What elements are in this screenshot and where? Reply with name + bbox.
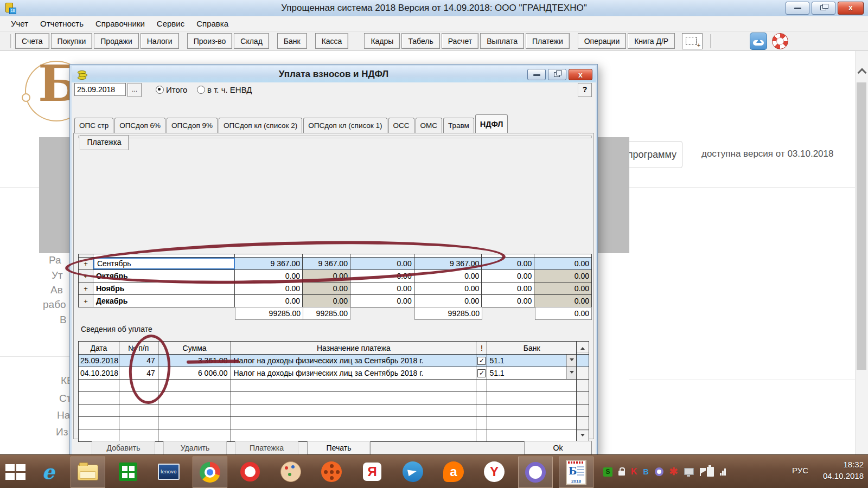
cloud-upload-icon[interactable] (750, 33, 767, 50)
date-picker-button[interactable]: ... (127, 83, 142, 97)
toolbar-scheta[interactable]: Счета (15, 33, 49, 49)
expand-button[interactable]: + (79, 282, 93, 294)
taskbar-media-icon[interactable] (315, 457, 348, 487)
add-button[interactable]: Добавить (92, 441, 155, 455)
table-row-december[interactable]: + Декабрь 0.00 0.00 0.00 0.00 0.00 0.00 (79, 295, 591, 307)
taskbar-yandex-browser-icon[interactable]: Я (355, 457, 389, 487)
value-cell[interactable]: 0.00 (414, 282, 482, 294)
menu-spravochniki[interactable]: Справочники (91, 17, 149, 30)
combo-arrow-icon[interactable] (566, 367, 576, 379)
month-cell[interactable]: Ноябрь (93, 282, 235, 294)
payment-date[interactable]: 25.09.2018 (79, 355, 119, 367)
expand-button[interactable]: + (79, 295, 93, 307)
tray-flower-icon[interactable]: ✱ (669, 469, 678, 474)
tray-battery-icon[interactable] (707, 467, 714, 477)
dialog-minimize-button[interactable] (527, 69, 546, 80)
tab-opsdop-spisok2[interactable]: ОПСдоп кл (список 2) (219, 118, 302, 133)
checkbox-checked[interactable]: ✓ (477, 357, 486, 365)
tab-opsdop-6[interactable]: ОПСдоп 6% (114, 118, 165, 133)
language-indicator[interactable]: РУС (792, 466, 808, 475)
ok-button[interactable]: Ok (524, 441, 592, 455)
delete-button[interactable]: Удалить (163, 441, 227, 455)
taskbar-chrome-icon[interactable] (193, 457, 227, 488)
taskbar-bittorrent-icon[interactable] (518, 457, 553, 488)
empty-row[interactable] (79, 429, 589, 441)
value-cell[interactable]: 0.00 (534, 282, 591, 294)
toolbar-vyplata[interactable]: Выплата (480, 33, 524, 49)
browser-scrollbar-thumb[interactable] (857, 82, 866, 370)
close-button[interactable]: x (838, 2, 864, 15)
taskbar-store-icon[interactable] (111, 457, 145, 487)
value-cell[interactable]: 0.00 (534, 270, 591, 282)
platezhka-button-top[interactable]: Платежка (80, 135, 129, 150)
date-input[interactable] (74, 83, 126, 96)
clock[interactable]: 18:32 04.10.2018 (823, 459, 864, 481)
taskbar-buhsoft-icon[interactable]: Б2018 (559, 457, 593, 488)
taskbar-yandex-icon[interactable]: Y (477, 457, 511, 487)
payment-checkbox-cell[interactable]: ✓ (476, 367, 487, 379)
toolbar-tabel[interactable]: Табель (401, 33, 439, 49)
payment-purpose[interactable]: Налог на доходы физических лиц за Сентяб… (231, 367, 476, 379)
value-cell[interactable]: 0.00 (482, 270, 534, 282)
tray-flag-icon[interactable] (700, 468, 701, 476)
payments-scrollbar-track[interactable] (577, 367, 589, 379)
payment-checkbox-cell[interactable]: ✓ (476, 355, 487, 367)
taskbar-lenovo-icon[interactable]: lenovo (152, 457, 186, 487)
toolbar-platezhi[interactable]: Платежи (526, 33, 570, 49)
taskbar-telegram-icon[interactable] (396, 457, 430, 487)
toolbar-kadry[interactable]: Кадры (364, 33, 400, 49)
tray-signal-icon[interactable] (720, 468, 726, 476)
value-cell[interactable]: 0.00 (235, 295, 303, 307)
minimize-button[interactable] (786, 2, 809, 15)
tab-oss[interactable]: ОСС (388, 118, 414, 133)
checkbox-checked[interactable]: ✓ (477, 369, 486, 377)
toolbar-kniga-dr[interactable]: Книга Д/Р (628, 33, 675, 49)
menu-spravka[interactable]: Справка (192, 17, 233, 30)
tab-opsdop-9[interactable]: ОПСдоп 9% (167, 118, 218, 133)
value-cell[interactable]: 0.00 (303, 282, 350, 294)
value-cell[interactable]: 0.00 (350, 282, 414, 294)
taskbar-explorer-icon[interactable] (71, 457, 105, 488)
payments-scrollbar[interactable] (577, 342, 589, 354)
dialog-maximize-button[interactable] (548, 69, 566, 80)
toolbar-operacii[interactable]: Операции (578, 33, 627, 49)
payments-scrollbar-track[interactable] (577, 355, 589, 367)
payment-bank-combo[interactable]: 51.1 (487, 355, 577, 367)
payment-purpose[interactable]: Налог на доходы физических лиц за Сентяб… (231, 355, 476, 367)
toolbar-proizvo[interactable]: Произ-во (187, 33, 233, 49)
tab-oms[interactable]: ОМС (416, 118, 443, 133)
toolbar-raschet[interactable]: Расчет (442, 33, 479, 49)
tray-bluetooth-icon[interactable]: B (643, 467, 649, 476)
tray-kaspersky-icon[interactable]: K (631, 467, 637, 477)
radio-envd[interactable] (197, 86, 205, 94)
start-button[interactable] (3, 461, 27, 482)
dialog-close-button[interactable]: x (569, 69, 592, 80)
radio-itogo[interactable] (156, 86, 164, 94)
toolbar-bank[interactable]: Банк (277, 33, 307, 49)
platezhka-button-bottom[interactable]: Платежка (235, 441, 298, 455)
combo-arrow-icon[interactable] (566, 355, 576, 367)
toolbar-nalogi[interactable]: Налоги (141, 33, 179, 49)
value-cell[interactable]: 0.00 (414, 295, 482, 307)
value-cell[interactable]: 0.00 (482, 295, 534, 307)
payments-scrollbar-bottom[interactable] (577, 429, 589, 441)
table-row-november[interactable]: + Ноябрь 0.00 0.00 0.00 0.00 0.00 0.00 (79, 282, 591, 295)
radio-itogo-label[interactable]: Итого (166, 85, 187, 94)
value-cell[interactable]: 0.00 (482, 282, 534, 294)
tab-travm[interactable]: Травм (443, 118, 474, 133)
taskbar-opera-icon[interactable] (233, 457, 267, 487)
tray-lock-icon[interactable] (618, 471, 625, 476)
tab-ops-str[interactable]: ОПС стр (74, 118, 113, 133)
tab-ndfl[interactable]: НДФЛ (475, 114, 508, 133)
taskbar-ie-icon[interactable]: e (31, 457, 65, 487)
value-cell[interactable]: 0.00 (350, 295, 414, 307)
empty-row[interactable] (79, 404, 589, 417)
toolbar-prodazhi[interactable]: Продажи (94, 33, 138, 49)
value-cell[interactable]: 0.00 (534, 295, 591, 307)
value-cell[interactable]: 0.00 (534, 258, 591, 269)
radio-envd-label[interactable]: в т. ч. ЕНВД (207, 85, 252, 94)
toolbar-pokupki[interactable]: Покупки (51, 33, 93, 49)
select-area-button[interactable]: + (682, 33, 703, 49)
tray-bittorrent-icon[interactable] (655, 467, 663, 476)
menu-servis[interactable]: Сервис (152, 17, 189, 30)
